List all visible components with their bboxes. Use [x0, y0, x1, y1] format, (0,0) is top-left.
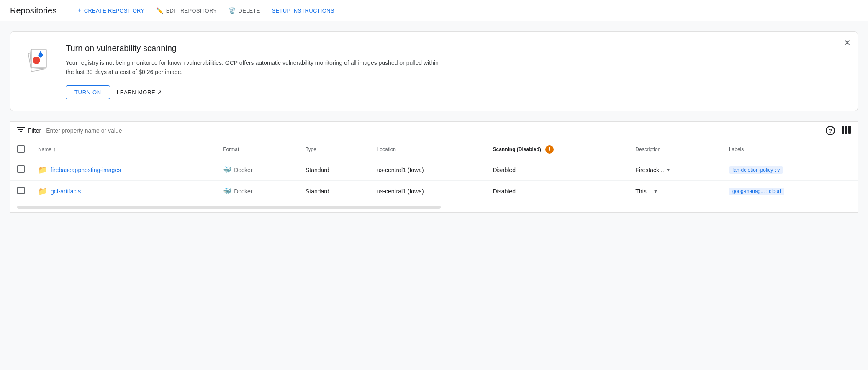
turn-on-button[interactable]: TURN ON: [66, 85, 110, 99]
table-body: 📁 firebaseapphosting-images 🐳 Docker Sta…: [10, 159, 858, 202]
help-button[interactable]: ?: [826, 126, 835, 135]
alert-actions: TURN ON LEARN MORE ↗: [66, 85, 844, 99]
horizontal-scrollbar[interactable]: [10, 202, 858, 212]
learn-more-button[interactable]: LEARN MORE ↗: [117, 89, 162, 95]
filter-text: Filter: [28, 127, 41, 134]
table-row: 📁 firebaseapphosting-images 🐳 Docker Sta…: [10, 159, 858, 180]
svg-rect-9: [845, 126, 847, 134]
row1-format-cell: 🐳 Docker: [216, 159, 299, 180]
header-description: Description: [629, 140, 722, 159]
filter-label-group: Filter: [17, 127, 41, 134]
toolbar: Repositories + CREATE REPOSITORY ✏️ EDIT…: [0, 0, 868, 21]
setup-instructions-button[interactable]: SETUP INSTRUCTIONS: [271, 6, 335, 15]
create-repository-button[interactable]: + CREATE REPOSITORY: [77, 5, 145, 16]
alert-content: Turn on vulnerability scanning Your regi…: [66, 44, 844, 99]
row1-scanning-cell: Disabled: [486, 159, 629, 180]
plus-icon: +: [77, 7, 82, 14]
edit-repository-button[interactable]: ✏️ EDIT REPOSITORY: [155, 5, 218, 15]
filter-input[interactable]: [46, 127, 826, 134]
header-location: Location: [370, 140, 486, 159]
header-checkbox-cell: [10, 140, 31, 159]
folder-icon: 📁: [38, 187, 47, 196]
repositories-table: Name ↑ Format Type Location Scanning (Di…: [10, 140, 858, 202]
create-repository-label: CREATE REPOSITORY: [84, 8, 145, 14]
svg-rect-10: [848, 126, 851, 134]
row1-name-cell: 📁 firebaseapphosting-images: [31, 159, 216, 180]
filter-icon: [17, 127, 25, 134]
row1-labels-cell: fah-deletion-policy : v: [722, 159, 858, 180]
setup-instructions-label: SETUP INSTRUCTIONS: [272, 8, 334, 14]
delete-button[interactable]: 🗑️ DELETE: [228, 5, 261, 15]
filter-bar: Filter ?: [10, 122, 858, 140]
svg-point-4: [33, 57, 40, 64]
row2-description-cell: This... ▼: [629, 180, 722, 202]
row1-description-cell: Firestack... ▼: [629, 159, 722, 180]
row2-desc-expand-icon[interactable]: ▼: [653, 188, 658, 194]
row2-name-link[interactable]: 📁 gcf-artifacts: [38, 187, 210, 196]
row1-format: 🐳 Docker: [223, 166, 252, 174]
column-options-button[interactable]: [842, 126, 851, 136]
row1-desc-expand-icon[interactable]: ▼: [666, 167, 671, 173]
docker-icon: 🐳: [223, 187, 231, 195]
repositories-table-container: Filter ?: [10, 121, 858, 213]
header-scanning: Scanning (Disabled) !: [486, 140, 629, 159]
row2-name: gcf-artifacts: [51, 188, 81, 195]
row1-location-cell: us-central1 (Iowa): [370, 159, 486, 180]
scrollbar-thumb[interactable]: [17, 206, 441, 209]
alert-icon-area: [22, 44, 56, 77]
row1-type-cell: Standard: [299, 159, 370, 180]
svg-rect-8: [842, 126, 844, 134]
row1-name-link[interactable]: 📁 firebaseapphosting-images: [38, 165, 210, 175]
header-name: Name ↑: [31, 140, 216, 159]
help-icon: ?: [826, 126, 835, 135]
vulnerability-icon: [22, 44, 56, 77]
header-checkbox[interactable]: [17, 145, 25, 153]
pencil-icon: ✏️: [156, 7, 163, 14]
toolbar-actions: + CREATE REPOSITORY ✏️ EDIT REPOSITORY 🗑…: [77, 5, 335, 16]
delete-label: DELETE: [239, 8, 260, 14]
folder-icon: 📁: [38, 165, 47, 175]
sort-asc-icon[interactable]: ↑: [53, 146, 56, 152]
row2-format: 🐳 Docker: [223, 187, 252, 195]
row2-name-cell: 📁 gcf-artifacts: [31, 180, 216, 202]
learn-more-label: LEARN MORE: [117, 89, 155, 95]
trash-icon: 🗑️: [229, 7, 236, 14]
row2-scanning-cell: Disabled: [486, 180, 629, 202]
columns-icon: [842, 126, 851, 136]
header-type: Type: [299, 140, 370, 159]
row2-format-cell: 🐳 Docker: [216, 180, 299, 202]
row2-checkbox[interactable]: [17, 187, 25, 194]
row2-labels-cell: goog-manag... : cloud: [722, 180, 858, 202]
docker-icon: 🐳: [223, 166, 231, 174]
edit-repository-label: EDIT REPOSITORY: [166, 8, 217, 14]
row1-checkbox[interactable]: [17, 165, 25, 173]
alert-description: Your registry is not being monitored for…: [66, 58, 442, 77]
filter-right-actions: ?: [826, 126, 851, 136]
row1-label-pill: fah-deletion-policy : v: [729, 166, 783, 174]
vulnerability-alert-card: Turn on vulnerability scanning Your regi…: [10, 31, 858, 111]
external-link-icon: ↗: [157, 89, 162, 95]
header-scanning-label: Scanning (Disabled): [493, 146, 541, 152]
table-header-row: Name ↑ Format Type Location Scanning (Di…: [10, 140, 858, 159]
row2-location-cell: us-central1 (Iowa): [370, 180, 486, 202]
header-labels: Labels: [722, 140, 858, 159]
alert-title: Turn on vulnerability scanning: [66, 44, 844, 53]
row1-checkbox-cell: [10, 159, 31, 180]
row2-checkbox-cell: [10, 180, 31, 202]
header-format: Format: [216, 140, 299, 159]
row1-name: firebaseapphosting-images: [51, 167, 121, 173]
row2-type-cell: Standard: [299, 180, 370, 202]
header-name-label: Name: [38, 146, 51, 152]
table-row: 📁 gcf-artifacts 🐳 Docker Standard us-cen…: [10, 180, 858, 202]
close-alert-button[interactable]: ✕: [844, 39, 851, 47]
page-title: Repositories: [10, 6, 56, 15]
main-content: Turn on vulnerability scanning Your regi…: [0, 21, 868, 366]
scanning-warning-icon: !: [545, 145, 554, 154]
row2-label-pill: goog-manag... : cloud: [729, 188, 784, 195]
